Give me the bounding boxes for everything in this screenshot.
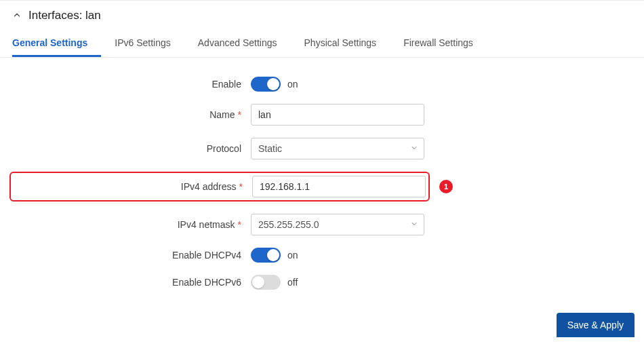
enable-dhcpv6-toggle[interactable] bbox=[251, 275, 281, 290]
ipv4-netmask-select[interactable]: 255.255.255.0 bbox=[251, 214, 424, 235]
collapse-icon[interactable] bbox=[12, 10, 28, 22]
protocol-select[interactable]: Static bbox=[251, 138, 424, 159]
chevron-down-icon bbox=[410, 143, 418, 154]
tab-advanced-settings[interactable]: Advanced Settings bbox=[184, 29, 291, 57]
protocol-label: Protocol bbox=[0, 143, 251, 154]
ipv4-address-label: IPv4 address* bbox=[14, 181, 252, 192]
annotation-badge-1: 1 bbox=[439, 180, 453, 193]
enable-dhcpv4-toggle[interactable] bbox=[251, 248, 281, 263]
ipv4-netmask-value: 255.255.255.0 bbox=[258, 219, 319, 230]
tab-firewall-settings[interactable]: Firewall Settings bbox=[390, 29, 487, 57]
name-input[interactable] bbox=[251, 104, 424, 126]
form-area: Enable on Name* Protocol Static IPv4 add… bbox=[0, 58, 644, 290]
enable-toggle[interactable] bbox=[251, 77, 281, 92]
name-label: Name* bbox=[0, 109, 251, 120]
enable-dhcpv4-label: Enable DHCPv4 bbox=[0, 250, 251, 261]
enable-dhcpv4-state: on bbox=[287, 250, 298, 261]
tab-ipv6-settings[interactable]: IPv6 Settings bbox=[101, 29, 184, 57]
page-title: Interfaces: lan bbox=[28, 9, 101, 22]
enable-state: on bbox=[287, 79, 298, 90]
tabs-bar: General Settings IPv6 Settings Advanced … bbox=[0, 29, 644, 58]
chevron-down-icon bbox=[410, 219, 418, 230]
ipv4-netmask-label: IPv4 netmask* bbox=[0, 219, 251, 230]
ipv4-address-callout: IPv4 address* bbox=[9, 172, 430, 202]
ipv4-address-input[interactable] bbox=[252, 176, 426, 197]
page-header: Interfaces: lan bbox=[0, 1, 644, 29]
protocol-value: Static bbox=[258, 143, 282, 154]
enable-dhcpv6-label: Enable DHCPv6 bbox=[0, 277, 251, 288]
enable-label: Enable bbox=[0, 79, 251, 90]
tab-physical-settings[interactable]: Physical Settings bbox=[291, 29, 390, 57]
save-apply-button[interactable]: Save & Apply bbox=[557, 313, 635, 337]
tab-general-settings[interactable]: General Settings bbox=[12, 29, 101, 57]
enable-dhcpv6-state: off bbox=[287, 277, 298, 288]
